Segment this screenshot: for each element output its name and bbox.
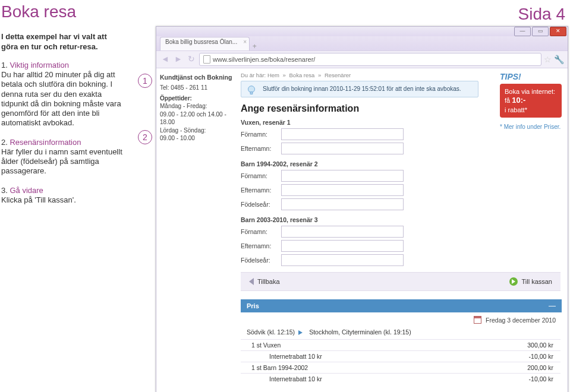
minimize-button[interactable]: — xyxy=(514,27,531,36)
route-from: Södvik (kl. 12:15) xyxy=(247,328,295,336)
svg-rect-1 xyxy=(250,92,253,94)
button-bar: Tillbaka Till kassan xyxy=(241,272,560,291)
url-field[interactable]: www.silverlinjen.se/boka/resenarer/ xyxy=(199,53,541,66)
route-line: Södvik (kl. 12:15) Stockholm, Citytermin… xyxy=(241,327,562,337)
site-icon xyxy=(203,55,210,64)
back-label: Tillbaka xyxy=(257,278,280,285)
price-date: Fredag 3 december 2010 xyxy=(241,312,562,327)
point-body: Klicka på 'Till kassan'. xyxy=(1,195,76,204)
tips-badge: Boka via internet: få 10:- i rabatt* xyxy=(500,84,562,118)
price-row: Internetrabatt 10 kr-10,00 kr xyxy=(241,350,560,362)
price-row: 1 st Barn 1994-2002200,00 kr xyxy=(241,362,560,373)
price-row-value: 300,00 kr xyxy=(527,342,553,349)
efternamn-input[interactable] xyxy=(281,143,404,154)
fodelsear-input[interactable] xyxy=(281,198,404,210)
tips-amount: 10:- xyxy=(512,96,525,105)
fornamn-input[interactable] xyxy=(281,170,404,182)
section-heading: Ange resenärsinformation xyxy=(241,103,478,114)
next-button[interactable]: Till kassan xyxy=(507,276,555,287)
sidebar-weekend-hours: 09.00 - 10.00 xyxy=(160,134,237,143)
price-row-value: -10,00 kr xyxy=(529,353,553,360)
block-header: Barn 1994-2002, resenär 2 xyxy=(241,160,478,167)
callout-1: 1 xyxy=(138,74,152,88)
field-label: Födelseår: xyxy=(241,257,281,264)
address-bar: ◄ ► ↻ www.silverlinjen.se/boka/resenarer… xyxy=(156,50,568,68)
instruction-2: 2. Resenärsinformation Här fyller du i n… xyxy=(1,138,124,176)
breadcrumb-sep: » xyxy=(283,72,286,78)
sidebar-open-label: Öppettider: xyxy=(160,94,237,103)
price-header-bar[interactable]: Pris — xyxy=(241,299,562,312)
reload-icon[interactable]: ↻ xyxy=(186,54,197,65)
field-label: Förnamn: xyxy=(241,131,281,138)
arrow-left-icon xyxy=(249,278,254,285)
page-number: Sida 4 xyxy=(518,5,565,24)
breadcrumb-boka[interactable]: Boka resa xyxy=(289,72,315,78)
tips-link[interactable]: * Mer info under Priser. xyxy=(500,124,562,130)
sidebar-weekday-hours: 09.00 - 12.00 och 14.00 - 18.00 xyxy=(160,110,237,127)
price-row: 1 st Vuxen300,00 kr xyxy=(241,339,560,350)
browser-tab[interactable]: Boka billig bussresa Ölan... × xyxy=(160,37,250,50)
tips-line2c: i rabatt* xyxy=(505,106,527,113)
intro-text: I detta exempel har vi valt att göra en … xyxy=(1,32,124,52)
back-icon[interactable]: ◄ xyxy=(160,54,171,65)
tips-box: TIPS! Boka via internet: få 10:- i rabat… xyxy=(500,72,562,130)
fornamn-input[interactable] xyxy=(281,226,404,238)
sidebar-weekday-label: Måndag - Fredag: xyxy=(160,102,237,110)
field-label: Efternamn: xyxy=(241,186,281,194)
bookmark-icon[interactable]: ☆ xyxy=(544,55,552,64)
tab-title: Boka billig bussresa Ölan... xyxy=(165,39,237,45)
sidebar-heading: Kundtjänst och Bokning xyxy=(160,73,237,81)
field-label: Födelseår: xyxy=(241,201,281,208)
fodelsear-input[interactable] xyxy=(281,254,404,266)
instruction-3: 3. Gå vidare Klicka på 'Till kassan'. xyxy=(1,186,124,206)
passenger-block-1: Vuxen, resenär 1 Förnamn: Efternamn: xyxy=(241,119,478,154)
point-body: Du har alltid 20 minuter på dig att beta… xyxy=(1,70,121,127)
passenger-block-2: Barn 1994-2002, resenär 2 Förnamn: Efter… xyxy=(241,160,478,210)
point-num: 1. xyxy=(1,61,8,69)
breadcrumb: Du är här: Hem » Boka resa » Resenärer xyxy=(241,72,478,78)
breadcrumb-home[interactable]: Hem xyxy=(267,72,279,78)
tips-line1: Boka via internet: xyxy=(505,88,555,95)
route-arrow-icon xyxy=(298,329,306,335)
back-button[interactable]: Tillbaka xyxy=(247,277,282,286)
sidebar-weekend-label: Lördag - Söndag: xyxy=(160,127,237,135)
sidebar-tel: Tel: 0485 - 261 11 xyxy=(160,84,237,92)
settings-icon[interactable]: 🔧 xyxy=(554,55,564,64)
calendar-icon xyxy=(474,316,481,324)
alert-text: Slutför din bokning innan 2010-11-29 15:… xyxy=(263,86,461,92)
point-num: 2. xyxy=(1,138,8,147)
tab-close-icon[interactable]: × xyxy=(243,39,247,45)
block-header: Barn 2003-2010, resenär 3 xyxy=(241,216,478,223)
breadcrumb-prefix: Du är här: xyxy=(241,72,266,78)
lightbulb-icon xyxy=(245,84,258,97)
price-row-label: 1 st Barn 1994-2002 xyxy=(251,364,308,371)
price-row-value: -10,00 kr xyxy=(529,375,553,382)
efternamn-input[interactable] xyxy=(281,240,404,252)
price-row-label: Internetrabatt 10 kr xyxy=(251,353,322,360)
browser-window: — ▭ ✕ Boka billig bussresa Ölan... × + ◄… xyxy=(156,26,568,392)
point-title: Resenärsinformation xyxy=(10,138,81,147)
new-tab-button[interactable]: + xyxy=(250,42,259,50)
forward-icon[interactable]: ► xyxy=(173,54,184,65)
fornamn-input[interactable] xyxy=(281,128,404,140)
field-label: Förnamn: xyxy=(241,172,281,179)
arrow-right-icon xyxy=(509,277,518,286)
price-row: Internetrabatt 10 kr-10,00 kr xyxy=(241,373,560,384)
collapse-icon[interactable]: — xyxy=(549,302,556,310)
price-table: 1 st Vuxen300,00 kr Internetrabatt 10 kr… xyxy=(241,339,560,384)
maximize-button[interactable]: ▭ xyxy=(532,27,549,36)
price-date-text: Fredag 3 december 2010 xyxy=(486,317,556,324)
close-button[interactable]: ✕ xyxy=(550,27,566,36)
passenger-block-3: Barn 2003-2010, resenär 3 Förnamn: Efter… xyxy=(241,216,478,266)
callout-2: 2 xyxy=(138,130,152,144)
breadcrumb-resenarer: Resenärer xyxy=(325,72,351,78)
field-label: Efternamn: xyxy=(241,242,281,249)
tips-line2a: få xyxy=(505,97,512,104)
url-text: www.silverlinjen.se/boka/resenarer/ xyxy=(213,53,315,65)
next-label: Till kassan xyxy=(521,278,552,285)
efternamn-input[interactable] xyxy=(281,184,404,196)
price-row-label: Internetrabatt 10 kr xyxy=(251,375,322,382)
field-label: Efternamn: xyxy=(241,145,281,152)
breadcrumb-sep: » xyxy=(318,72,321,78)
price-row-label: 1 st Vuxen xyxy=(251,342,281,349)
